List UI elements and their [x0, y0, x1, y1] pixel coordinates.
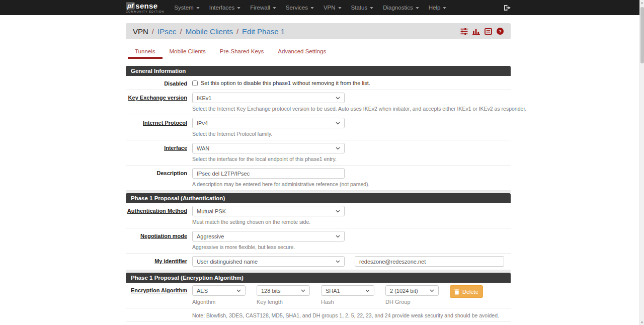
chevron-down-icon [236, 289, 241, 292]
caret-down-icon [196, 7, 200, 9]
breadcrumb-root: VPN [133, 27, 148, 36]
scroll-up-arrow[interactable]: ▲ [640, 1, 644, 4]
menu-system[interactable]: System [174, 5, 199, 11]
caption-key-length: Key length [257, 299, 310, 305]
chevron-down-icon [336, 235, 340, 238]
bar-chart-icon[interactable] [472, 28, 480, 35]
row-encryption-algorithm: Encryption Algorithm AES Algorithm 128 b… [126, 283, 511, 308]
breadcrumb: VPN / IPsec / Mobile Clients / Edit Phas… [126, 23, 511, 39]
hash-select[interactable]: SHA1 [321, 285, 374, 296]
chevron-down-icon [301, 289, 305, 292]
disabled-checkbox[interactable] [192, 80, 198, 86]
row-my-identifier: My identifier User distinguished name [126, 254, 511, 270]
interface-select[interactable]: WAN [192, 143, 345, 153]
sign-out-icon[interactable] [504, 5, 511, 11]
authentication-method-select[interactable]: Mutual PSK [192, 206, 345, 216]
chevron-down-icon [336, 260, 340, 263]
row-description: Description A description may be entered… [126, 166, 511, 191]
row-internet-protocol: Internet Protocol IPv4 Select the Intern… [126, 115, 511, 140]
row-add-algorithm: Add Algorithm Add Algorithm [126, 322, 511, 325]
tab-tunnels[interactable]: Tunnels [128, 45, 163, 59]
sliders-icon[interactable] [460, 28, 468, 35]
internet-protocol-select[interactable]: IPv4 [192, 118, 345, 128]
key-exchange-select[interactable]: IKEv1 [192, 93, 345, 103]
my-identifier-input[interactable] [355, 256, 504, 267]
trash-icon [454, 289, 459, 295]
caption-algorithm: Algorithm [192, 299, 246, 305]
logo-sense-text: sense [135, 2, 157, 10]
caret-down-icon [237, 7, 240, 9]
caret-down-icon [416, 7, 419, 9]
chevron-down-icon [430, 289, 434, 292]
scrollbar-thumb[interactable] [640, 7, 644, 63]
breadcrumb-current-edit-phase1: Edit Phase 1 [242, 27, 285, 36]
tab-bar: Tunnels Mobile Clients Pre-Shared Keys A… [126, 45, 511, 59]
help-text: Select the Internet Protocol family. [192, 131, 511, 137]
tab-mobile-clients[interactable]: Mobile Clients [163, 45, 213, 59]
weak-security-note: Note: Blowfish, 3DES, CAST128, MD5, SHA1… [192, 311, 511, 318]
caption-hash: Hash [321, 299, 374, 305]
menu-interfaces[interactable]: Interfaces [209, 5, 241, 11]
caret-down-icon [370, 7, 373, 9]
panel-phase1-encryption: Phase 1 Proposal (Encryption Algorithm) … [126, 273, 511, 325]
chevron-down-icon [336, 97, 340, 100]
encryption-algorithm-select[interactable]: AES [192, 285, 246, 296]
menu-firewall[interactable]: Firewall [250, 5, 276, 11]
help-text: Aggressive is more flexible, but less se… [192, 244, 511, 250]
tab-advanced-settings[interactable]: Advanced Settings [271, 45, 333, 59]
caret-down-icon [310, 7, 314, 9]
help-text: Must match the setting chosen on the rem… [192, 219, 511, 225]
caret-down-icon [443, 7, 446, 9]
menu-services[interactable]: Services [286, 5, 314, 11]
tab-pre-shared-keys[interactable]: Pre-Shared Keys [213, 45, 271, 59]
logo-pf-badge: pf [126, 2, 135, 10]
caption-dh-group: DH Group [385, 299, 439, 305]
caret-down-icon [273, 7, 276, 9]
logo-edition-text: COMMUNITY EDITION [126, 11, 164, 14]
row-weak-security-note: Note: Blowfish, 3DES, CAST128, MD5, SHA1… [126, 308, 511, 322]
menu-help[interactable]: Help [429, 5, 447, 11]
dh-group-select[interactable]: 2 (1024 bit) [385, 285, 439, 296]
panel-header: Phase 1 Proposal (Authentication) [126, 193, 511, 203]
panel-header: General Information [126, 66, 511, 76]
pfsense-logo[interactable]: pf sense COMMUNITY EDITION [126, 2, 164, 14]
menu-diagnostics[interactable]: Diagnostics [383, 5, 419, 11]
help-text: Select the Internet Key Exchange protoco… [192, 106, 526, 112]
row-authentication-method: Authentication Method Mutual PSK Must ma… [126, 203, 511, 228]
log-icon[interactable] [485, 28, 492, 35]
panel-header: Phase 1 Proposal (Encryption Algorithm) [126, 273, 511, 283]
help-text: Select the interface for the local endpo… [192, 156, 511, 162]
chevron-down-icon [336, 147, 340, 150]
panel-general-information: General Information Disabled Set this op… [126, 66, 511, 191]
key-length-select[interactable]: 128 bits [257, 285, 310, 296]
help-text: A description may be entered here for ad… [192, 181, 511, 187]
my-identifier-select[interactable]: User distinguished name [192, 256, 345, 267]
help-icon[interactable]: ? [497, 28, 504, 35]
svg-text:?: ? [499, 29, 502, 34]
negotiation-mode-select[interactable]: Aggressive [192, 231, 345, 241]
chevron-down-icon [336, 122, 340, 125]
delete-button[interactable]: Delete [450, 285, 483, 298]
menu-vpn[interactable]: VPN [324, 5, 342, 11]
main-menu: System Interfaces Firewall Services VPN … [174, 5, 446, 11]
top-navbar: pf sense COMMUNITY EDITION System Interf… [0, 0, 644, 15]
menu-status[interactable]: Status [351, 5, 374, 11]
breadcrumb-link-ipsec[interactable]: IPsec [157, 27, 177, 36]
row-disabled: Disabled Set this option to disable this… [126, 76, 511, 90]
main-content: General Information Disabled Set this op… [126, 66, 511, 325]
breadcrumb-link-mobile-clients[interactable]: Mobile Clients [186, 27, 233, 36]
panel-phase1-authentication: Phase 1 Proposal (Authentication) Authen… [126, 193, 511, 270]
description-input[interactable] [192, 168, 345, 179]
disabled-checkbox-label: Set this option to disable this phase1 w… [201, 80, 370, 86]
scroll-down-arrow[interactable]: ▼ [640, 321, 644, 324]
row-negotiation-mode: Negotiation mode Aggressive Aggressive i… [126, 228, 511, 254]
caret-down-icon [338, 7, 342, 9]
vertical-scrollbar[interactable]: ▲ ▼ [639, 0, 644, 325]
row-interface: Interface WAN Select the interface for t… [126, 140, 511, 166]
row-key-exchange-version: Key Exchange version IKEv1 Select the In… [126, 90, 511, 115]
chevron-down-icon [336, 210, 340, 213]
chevron-down-icon [365, 289, 370, 292]
